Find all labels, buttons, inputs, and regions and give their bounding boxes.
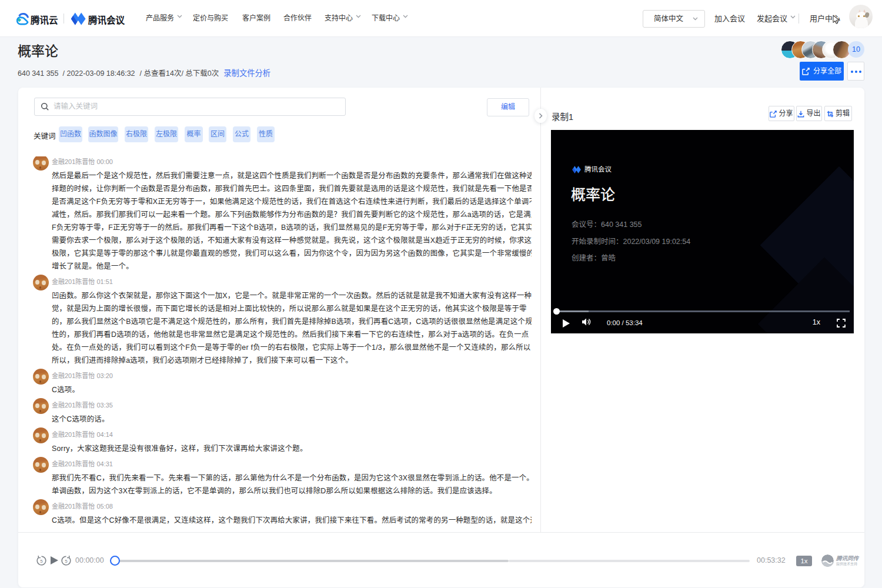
svg-text:5: 5 xyxy=(40,559,43,564)
svg-text:5: 5 xyxy=(65,559,68,564)
